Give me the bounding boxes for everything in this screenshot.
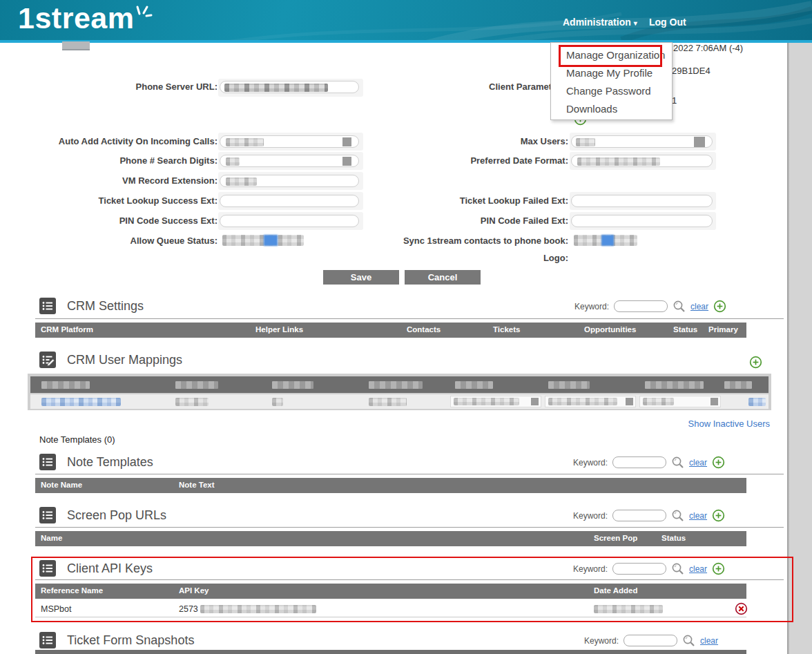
page: { "colors":{"header_teal":"#12809c","cya… <box>0 0 812 654</box>
col-screen-pop: Screen Pop <box>594 534 637 542</box>
field-label-logo: Logo: <box>387 253 568 263</box>
keyword-label: Keyword: <box>573 511 608 521</box>
clear-link[interactable]: clear <box>700 636 718 646</box>
keyword-label: Keyword: <box>574 302 609 311</box>
allow-queue-status-toggle[interactable] <box>222 235 304 246</box>
keyword-input[interactable] <box>624 635 677 646</box>
redacted-select[interactable] <box>450 396 541 407</box>
field-label-ticket-lookup-failed: Ticket Lookup Failed Ext: <box>387 195 568 206</box>
redacted-toggle <box>601 235 614 246</box>
search-icon[interactable] <box>682 634 695 647</box>
keyword-input[interactable] <box>614 300 668 312</box>
ticket-lookup-failed-ext-input[interactable] <box>571 195 713 207</box>
field-label-ticket-lookup-success: Ticket Lookup Success Ext: <box>28 195 218 206</box>
col-status: Status <box>673 325 697 334</box>
field-label-sync-contacts: Sync 1stream contacts to phone book: <box>387 235 568 246</box>
col-contacts: Contacts <box>407 325 441 334</box>
redacted-value <box>175 398 209 406</box>
clear-link[interactable]: clear <box>689 458 707 468</box>
brand-spark-icon <box>135 4 153 18</box>
col-note-text: Note Text <box>179 481 215 489</box>
ticket-lookup-success-ext-input[interactable] <box>220 195 359 207</box>
keyword-input[interactable] <box>612 510 666 521</box>
note-templates-title: Note Templates <box>67 455 153 470</box>
org-version-value: 1 <box>672 95 677 106</box>
nav-log-out-label: Log Out <box>649 17 686 28</box>
field-label-vm-record-extension: VM Record Extension: <box>28 175 218 186</box>
add-screen-pop-url-button plus-icon[interactable] <box>712 509 725 522</box>
keyword-label: Keyword: <box>584 636 619 646</box>
annotation-box-client-api-keys <box>31 557 793 622</box>
max-users-input[interactable] <box>571 135 713 148</box>
dropdown-arrow <box>342 157 351 166</box>
show-inactive-users-link[interactable]: Show Inactive Users <box>663 419 770 429</box>
redacted-action-link[interactable] <box>748 398 766 406</box>
annotation-box-manage-organization <box>559 45 662 67</box>
phone-search-digits-select[interactable] <box>220 155 359 167</box>
list-icon <box>39 507 56 523</box>
cancel-button[interactable]: Cancel <box>405 270 481 285</box>
search-icon[interactable] <box>673 300 686 313</box>
screen-pop-urls-title: Screen Pop URLs <box>67 508 166 523</box>
ui-artifact <box>62 41 90 50</box>
col-primary: Primary <box>708 325 738 334</box>
col-tickets: Tickets <box>493 325 520 334</box>
redacted-value <box>369 398 407 406</box>
section-divider <box>35 318 784 319</box>
redacted-user-link[interactable] <box>41 398 121 406</box>
screen-pop-table-header: Name Screen Pop Status <box>35 531 746 546</box>
col-crm-platform: CRM Platform <box>41 325 93 334</box>
crm-user-mappings-section-icon <box>39 352 56 368</box>
sync-contacts-toggle[interactable] <box>574 235 637 246</box>
phone-server-url-input[interactable] <box>220 81 359 93</box>
redacted-value <box>226 177 257 186</box>
search-icon[interactable] <box>671 509 684 522</box>
crm-user-mappings-table-header <box>30 376 768 393</box>
col-opportunities: Opportunities <box>584 325 636 334</box>
redacted-value <box>224 84 328 92</box>
field-label-phone-server-url: Phone Server URL: <box>28 81 218 92</box>
clear-link[interactable]: clear <box>689 511 707 521</box>
clear-link[interactable]: clear <box>690 302 708 311</box>
menu-item-change-password[interactable]: Change Password <box>551 82 672 100</box>
preferred-date-format-input[interactable] <box>571 155 713 167</box>
pin-code-failed-ext-input[interactable] <box>571 215 713 227</box>
org-id-value: 29B1DE4 <box>672 66 710 76</box>
redacted-value <box>576 138 595 146</box>
redacted-value <box>226 138 264 146</box>
keyword-input[interactable] <box>612 456 666 468</box>
ticket-form-snapshots-title: Ticket Form Snapshots <box>67 633 194 648</box>
ticket-form-snapshots-table-header <box>35 650 746 654</box>
pin-code-success-ext-input[interactable] <box>220 215 359 227</box>
list-icon <box>39 298 56 314</box>
plus-icon <box>749 356 762 369</box>
crm-settings-table-header: CRM Platform Helper Links Contacts Ticke… <box>35 323 746 338</box>
add-crm-setting-button plus-icon[interactable] <box>713 300 726 313</box>
nav-administration-label: Administration <box>563 17 631 28</box>
crm-settings-section-icon <box>39 298 56 314</box>
crm-user-mappings-table <box>28 374 771 410</box>
chevron-down-icon: ▾ <box>634 19 637 27</box>
ticket-form-snapshots-section-icon <box>39 632 56 648</box>
redacted-toggle <box>264 235 278 246</box>
crm-user-mapping-row <box>30 394 768 409</box>
redacted-value <box>272 398 283 406</box>
redacted-select[interactable] <box>545 396 636 407</box>
search-icon[interactable] <box>671 456 684 469</box>
crm-user-mappings-title: CRM User Mappings <box>67 353 182 367</box>
nav-log-out[interactable]: Log Out <box>649 17 686 28</box>
redacted-select[interactable] <box>639 396 721 407</box>
note-templates-keyword-group: Keyword: clear <box>573 456 725 469</box>
vm-record-extension-input[interactable] <box>220 175 359 187</box>
keyword-label: Keyword: <box>573 458 608 468</box>
add-note-template-button plus-icon[interactable] <box>712 456 725 469</box>
field-label-preferred-date-format: Preferred Date Format: <box>387 155 568 166</box>
nav-administration[interactable]: Administration ▾ <box>563 17 637 28</box>
add-user-mapping-button[interactable] <box>749 356 762 369</box>
menu-item-downloads[interactable]: Downloads <box>551 100 672 118</box>
administration-dropdown-menu: Manage Organization Manage My Profile Ch… <box>550 42 673 120</box>
field-label-client-parameters: Client Parameters: <box>387 81 568 92</box>
auto-add-activity-select[interactable] <box>220 135 359 148</box>
field-label-pin-code-failed: PIN Code Failed Ext: <box>387 215 568 226</box>
save-button[interactable]: Save <box>323 270 399 285</box>
